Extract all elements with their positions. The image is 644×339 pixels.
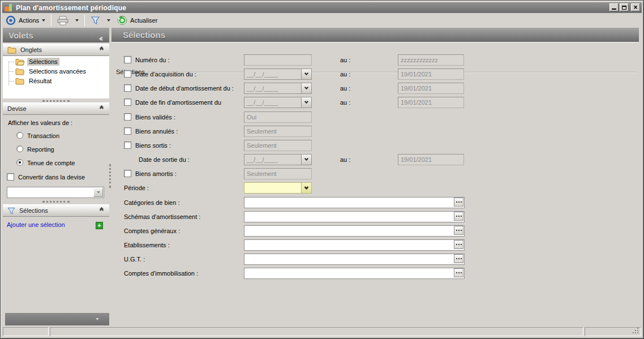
ugt-field[interactable] — [244, 254, 465, 265]
status-bar — [2, 326, 642, 337]
biens-valides-field[interactable]: Oui — [244, 111, 312, 123]
main-header-title: Sélections — [123, 30, 165, 40]
tree-item-selections[interactable]: Sélections — [3, 57, 109, 66]
tree-item-resultat[interactable]: Résultat — [3, 76, 109, 85]
form-row-schemas-amortissement: Schémas d'amortissement : — [111, 211, 639, 222]
schemas-amortissement-field[interactable] — [244, 211, 465, 222]
tree-item-label: Sélections — [27, 58, 59, 66]
combo-dropdown-button[interactable] — [93, 188, 103, 197]
section-header-onglets[interactable]: Onglets — [3, 44, 109, 56]
ellipsis-lookup-button[interactable] — [454, 268, 463, 277]
form-row-date-fin: Date de fin d'amortissement du __/__/___… — [111, 97, 639, 108]
add-selection-link[interactable]: Ajouter une sélection — [7, 221, 65, 228]
convert-currency-label[interactable]: Convertir dans la devise — [18, 174, 85, 181]
print-button[interactable] — [54, 15, 72, 27]
collapse-section-icon[interactable] — [98, 47, 104, 54]
tree-item-selections-avancees[interactable]: Sélections avancées — [3, 67, 109, 76]
date-sortie-combo[interactable]: __/__/____ — [244, 154, 312, 165]
combo-dropdown-button[interactable] — [301, 183, 311, 193]
maximize-button[interactable] — [620, 3, 629, 11]
radio-reporting[interactable] — [16, 145, 23, 152]
folder-icon — [15, 68, 25, 75]
tree-item-label: Sélections avancées — [27, 67, 88, 75]
filter-button[interactable] — [87, 15, 104, 26]
numero-du-field[interactable] — [244, 54, 312, 66]
collapse-section-icon[interactable] — [98, 208, 104, 214]
collapse-panel-icon[interactable] — [101, 32, 104, 42]
print-options-button[interactable] — [72, 18, 82, 23]
biens-amortis-field[interactable]: Seulement — [244, 168, 312, 179]
ellipsis-icon — [456, 244, 457, 245]
biens-sortis-checkbox[interactable] — [124, 141, 131, 149]
combo-dropdown-button[interactable] — [301, 97, 311, 108]
ellipsis-lookup-button[interactable] — [454, 212, 463, 221]
field-label: Période : — [124, 184, 149, 191]
comptes-immobilisation-field[interactable] — [244, 268, 465, 279]
date-fin-combo[interactable]: __/__/____ — [244, 97, 312, 108]
date-acquisition-au-field[interactable]: 19/01/2021 — [398, 68, 464, 80]
periode-combo[interactable] — [244, 182, 312, 194]
minimize-button[interactable] — [609, 3, 619, 11]
ellipsis-lookup-button[interactable] — [454, 198, 463, 207]
actions-button[interactable]: Actions — [2, 14, 49, 27]
biens-annules-field[interactable]: Seulement — [244, 126, 312, 137]
currency-combo[interactable] — [7, 187, 104, 198]
form-row-biens-sortis: Biens sortis : Seulement — [111, 140, 639, 151]
splitter-handle[interactable] — [42, 100, 70, 102]
field-label: Biens sortis : — [135, 142, 171, 149]
form-row-categories-de-bien: Catégories de bien : — [111, 197, 639, 208]
radio-tenue-de-compte[interactable] — [16, 159, 23, 166]
biens-amortis-checkbox[interactable] — [124, 170, 131, 177]
biens-valides-checkbox[interactable] — [124, 113, 131, 121]
window-title: Plan d'amortissement périodique — [16, 4, 126, 12]
biens-sortis-field[interactable]: Seulement — [244, 140, 312, 151]
form-row-etablissements: Etablissements : — [111, 239, 639, 251]
date-debut-au-field[interactable]: 19/01/2021 — [398, 83, 464, 94]
biens-annules-checkbox[interactable] — [124, 127, 131, 135]
refresh-button[interactable]: Actualiser — [114, 14, 161, 27]
toolbar: Actions Actualiser — [2, 13, 642, 28]
close-button[interactable]: × — [631, 3, 640, 11]
form-row-comptes-immobilisation: Comptes d'immobilisation : — [111, 268, 639, 279]
convert-currency-checkbox[interactable] — [7, 173, 14, 181]
comptes-generaux-field[interactable] — [244, 225, 465, 237]
form-row-periode: Période : — [111, 182, 639, 194]
collapsed-panel-bar[interactable] — [5, 313, 109, 325]
ellipsis-lookup-button[interactable] — [454, 254, 463, 263]
combo-dropdown-button[interactable] — [301, 69, 311, 79]
splitter-handle[interactable] — [42, 201, 70, 203]
date-acquisition-combo[interactable]: __/__/____ — [244, 68, 312, 80]
radio-label-reporting[interactable]: Reporting — [27, 146, 54, 153]
chevron-down-icon — [304, 85, 308, 89]
sidebar: Volets Onglets Sélections Sélections ava… — [3, 28, 109, 325]
date-debut-combo[interactable]: __/__/____ — [244, 83, 312, 94]
collapse-section-icon[interactable] — [98, 106, 104, 113]
etablissements-field[interactable] — [244, 239, 465, 251]
section-header-devise[interactable]: Devise — [3, 102, 109, 115]
filter-options-button[interactable] — [104, 18, 114, 23]
currency-combo-value — [7, 190, 12, 196]
date-sortie-au-field[interactable]: 19/01/2021 — [398, 154, 464, 165]
actions-label: Actions — [19, 17, 39, 24]
form-row-comptes-generaux: Comptes généraux : — [111, 225, 639, 237]
status-cell — [3, 327, 49, 336]
combo-dropdown-button[interactable] — [301, 83, 311, 93]
resize-grip[interactable] — [633, 328, 639, 334]
date-fin-au-field[interactable]: 19/01/2021 — [398, 97, 464, 108]
plus-icon[interactable]: + — [96, 222, 103, 229]
field-label: Etablissements : — [124, 242, 170, 248]
radio-label-transaction[interactable]: Transaction — [27, 132, 59, 139]
section-header-selections[interactable]: Sélections — [3, 204, 109, 217]
date-acquisition-checkbox[interactable] — [124, 70, 131, 78]
radio-label-tenue-de-compte[interactable]: Tenue de compte — [27, 160, 75, 166]
radio-transaction[interactable] — [16, 132, 23, 139]
categories-de-bien-field[interactable] — [244, 197, 465, 208]
numero-au-field[interactable]: zzzzzzzzzzzz — [398, 54, 464, 66]
ellipsis-lookup-button[interactable] — [454, 240, 463, 249]
ellipsis-lookup-button[interactable] — [454, 226, 463, 235]
combo-dropdown-button[interactable] — [301, 155, 311, 165]
vertical-splitter-handle[interactable] — [109, 164, 111, 188]
date-fin-checkbox[interactable] — [124, 98, 131, 106]
date-debut-checkbox[interactable] — [124, 84, 131, 92]
numero-du-checkbox[interactable] — [124, 56, 131, 63]
